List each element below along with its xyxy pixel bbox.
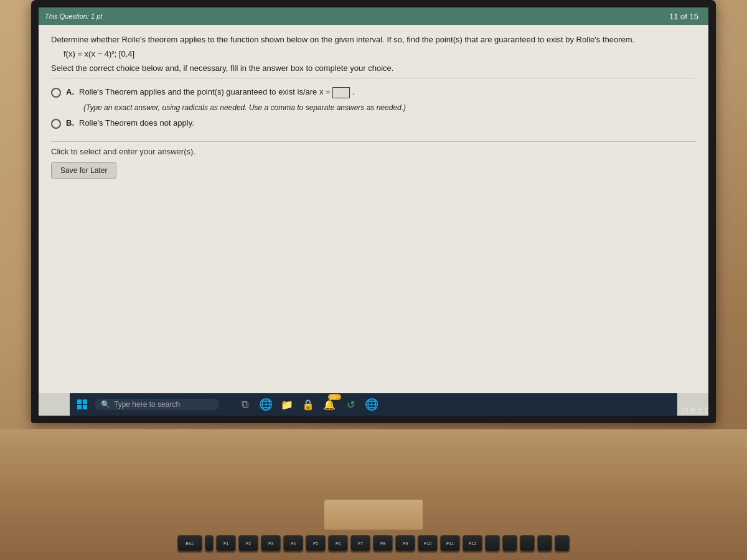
- key-prtsc[interactable]: [485, 535, 500, 551]
- key-f10[interactable]: F10: [418, 535, 438, 551]
- chrome-icon[interactable]: 🌐: [364, 396, 380, 413]
- next-label: next: [682, 404, 710, 417]
- choice-b-text: Rolle's Theorem does not apply.: [79, 118, 194, 128]
- screen-bezel: This Question: 1 pt 11 of 15 Determine w…: [31, 0, 716, 423]
- svg-rect-1: [83, 399, 87, 404]
- click-instruction: Click to select and enter your answer(s)…: [51, 141, 696, 156]
- svg-rect-0: [77, 399, 82, 404]
- answer-input-box[interactable]: [332, 87, 350, 98]
- windows-start-button[interactable]: [75, 397, 90, 412]
- key-ins[interactable]: [520, 535, 535, 551]
- radio-b[interactable]: [51, 119, 61, 129]
- save-for-later-button[interactable]: Save for Later: [51, 162, 116, 179]
- key-esc[interactable]: Esc: [177, 535, 202, 551]
- taskbar-search-bar[interactable]: 🔍 Type here to search: [95, 399, 219, 410]
- top-bar: This Question: 1 pt 11 of 15: [39, 7, 708, 25]
- key-f8[interactable]: F8: [373, 535, 393, 551]
- question-counter: 11 of 15: [669, 12, 698, 21]
- key-f11[interactable]: F11: [440, 535, 460, 551]
- choice-b-row[interactable]: B. Rolle's Theorem does not apply.: [51, 118, 696, 129]
- question-pts-label: This Question: 1 pt: [45, 12, 102, 20]
- search-icon: 🔍: [101, 400, 110, 409]
- choice-a-row[interactable]: A. Rolle's Theorem applies and the point…: [51, 87, 696, 98]
- svg-rect-2: [77, 405, 82, 409]
- key-home[interactable]: [537, 535, 552, 551]
- choice-a-container: A. Rolle's Theorem applies and the point…: [51, 87, 696, 112]
- key-f3[interactable]: F3: [261, 535, 281, 551]
- bell-icon: 🔔: [323, 399, 336, 411]
- touchpad[interactable]: [324, 499, 423, 530]
- key-del[interactable]: [502, 535, 517, 551]
- refresh-icon[interactable]: ↺: [342, 396, 359, 413]
- key-f6[interactable]: F6: [328, 535, 348, 551]
- key-fn[interactable]: [205, 535, 214, 551]
- choice-b-container: B. Rolle's Theorem does not apply.: [51, 118, 696, 129]
- edge-icon[interactable]: 🌐: [258, 396, 274, 413]
- task-view-icon[interactable]: ⧉: [237, 396, 253, 413]
- key-f2[interactable]: F2: [238, 535, 258, 551]
- function-expression: f(x) = x(x − 4)²; [0,4]: [51, 49, 696, 58]
- key-f7[interactable]: F7: [350, 535, 370, 551]
- keyboard-area: Esc F1 F2 F3 F4 F5 F6 F7 F8 F9 F10 F11 F…: [0, 429, 747, 560]
- key-pgup[interactable]: [555, 535, 570, 551]
- folder-icon[interactable]: 📁: [279, 396, 295, 413]
- choice-a-subtext: (Type an exact answer, using radicals as…: [83, 103, 696, 112]
- lock-icon[interactable]: 🔒: [300, 396, 316, 413]
- key-f5[interactable]: F5: [306, 535, 326, 551]
- key-f4[interactable]: F4: [283, 535, 303, 551]
- notification-badge: 99+: [328, 394, 341, 400]
- key-f1[interactable]: F1: [216, 535, 236, 551]
- content-area: Determine whether Rolle's theorem applie…: [39, 25, 708, 393]
- taskbar-center-icons: ⧉ 🌐 📁 🔒 🔔 99+ ↺ 🌐: [237, 396, 380, 413]
- choice-a-text: Rolle's Theorem applies and the point(s)…: [79, 87, 355, 98]
- notification-icon-wrapper[interactable]: 🔔 99+: [321, 396, 337, 413]
- taskbar: 🔍 Type here to search ⧉ 🌐 📁 🔒 🔔 99+ ↺ 🌐: [70, 393, 677, 416]
- choice-b-label: B.: [66, 118, 74, 128]
- instruction-line: Select the correct choice below and, if …: [51, 63, 696, 78]
- key-f9[interactable]: F9: [395, 535, 415, 551]
- key-f12[interactable]: F12: [463, 535, 482, 551]
- question-intro: Determine whether Rolle's theorem applie…: [51, 35, 696, 44]
- screen: This Question: 1 pt 11 of 15 Determine w…: [39, 7, 708, 416]
- keyboard-fn-row: Esc F1 F2 F3 F4 F5 F6 F7 F8 F9 F10 F11 F…: [177, 535, 570, 551]
- svg-rect-3: [83, 405, 87, 409]
- radio-a[interactable]: [51, 88, 61, 98]
- taskbar-search-text: Type here to search: [114, 400, 180, 409]
- choice-a-label: A.: [66, 87, 74, 96]
